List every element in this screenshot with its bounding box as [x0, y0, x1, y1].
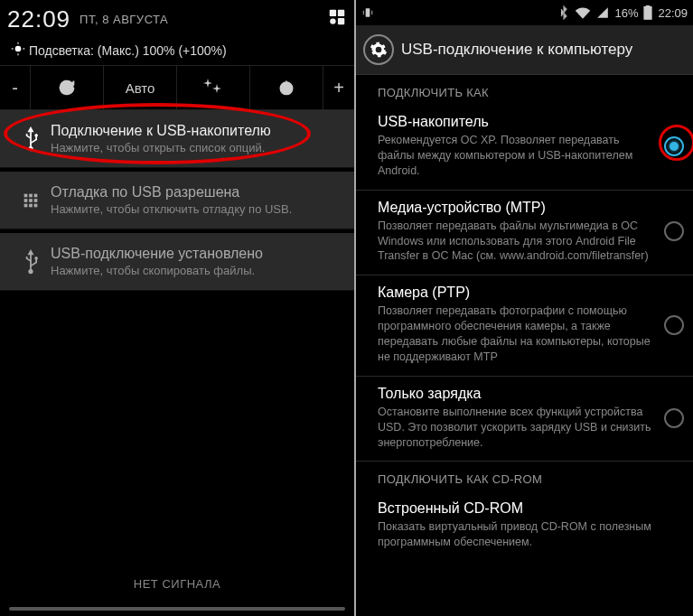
- usb-icon: [11, 126, 51, 152]
- status-bar: 16% 22:09: [356, 0, 693, 25]
- notification-title: Отладка по USB разрешена: [51, 184, 292, 201]
- notification-title: USB-подключение установлено: [51, 246, 263, 262]
- svg-marker-31: [598, 7, 609, 18]
- option-ptp[interactable]: Камера (PTP) Позволяет передавать фотогр…: [356, 275, 693, 377]
- contacts-icon[interactable]: [327, 7, 347, 32]
- option-title: Камера (PTP): [378, 285, 655, 301]
- svg-rect-33: [647, 5, 650, 7]
- option-title: USB-накопитель: [378, 114, 655, 130]
- svg-rect-23: [29, 203, 33, 207]
- settings-header: USB-подключение к компьютеру: [356, 25, 693, 75]
- option-charge-only[interactable]: Только зарядка Остановите выполнение все…: [356, 377, 693, 462]
- svg-rect-1: [338, 9, 344, 15]
- quick-toolbar: - Авто +: [0, 65, 354, 110]
- brightness-label: Подсветка: (Макс.) 100% (+100%): [29, 43, 227, 58]
- brightness-plus-button[interactable]: +: [323, 66, 354, 109]
- svg-rect-20: [29, 199, 33, 202]
- svg-rect-26: [30, 254, 32, 271]
- vibrate-icon: [361, 6, 374, 19]
- svg-rect-17: [29, 193, 33, 197]
- option-title: Медиа-устройство (MTP): [378, 200, 655, 216]
- notification-usb-debug[interactable]: Отладка по USB разрешена Нажмите, чтобы …: [0, 172, 354, 229]
- radio-button[interactable]: [664, 221, 684, 241]
- phone-right: 16% 22:09 USB-подключение к компьютеру П…: [356, 0, 693, 616]
- status-time: 22:09: [7, 5, 70, 33]
- radio-button[interactable]: [664, 408, 684, 428]
- status-bar: 22:09 ПТ, 8 АВГУСТА: [0, 0, 354, 38]
- option-desc: Рекомендуется ОС XP. Позволяет передават…: [378, 133, 655, 179]
- notification-subtitle: Нажмите, чтобы скопировать файлы.: [51, 264, 263, 277]
- notification-usb-connected[interactable]: USB-подключение установлено Нажмите, что…: [0, 233, 354, 291]
- notification-subtitle: Нажмите, чтобы открыть список опций.: [51, 141, 271, 154]
- battery-icon: [643, 5, 652, 20]
- brightness-row: Подсветка: (Макс.) 100% (+100%): [0, 38, 354, 65]
- svg-rect-24: [34, 203, 38, 207]
- power-button[interactable]: [250, 66, 323, 109]
- notification-title: Подключение к USB-накопителю: [51, 123, 271, 139]
- notification-subtitle: Нажмите, чтобы отключить отладку по USB.: [51, 202, 292, 216]
- svg-rect-28: [366, 8, 370, 16]
- radio-button[interactable]: [664, 315, 684, 335]
- svg-point-2: [330, 18, 335, 23]
- svg-marker-27: [28, 249, 34, 255]
- svg-rect-14: [30, 131, 32, 148]
- no-signal-label: НЕТ СИГНАЛА: [0, 577, 354, 591]
- svg-marker-10: [212, 84, 221, 93]
- svg-marker-15: [28, 126, 34, 132]
- option-title: Встроенный CD-ROM: [378, 500, 675, 517]
- section-connect-as: ПОДКЛЮЧИТЬ КАК: [356, 75, 693, 105]
- svg-rect-18: [34, 193, 38, 197]
- brightness-minus-button[interactable]: -: [0, 66, 31, 109]
- signal-icon: [596, 6, 609, 19]
- page-title: USB-подключение к компьютеру: [401, 41, 632, 59]
- svg-point-4: [15, 46, 22, 52]
- svg-rect-0: [330, 9, 336, 15]
- wifi-icon: [575, 6, 591, 19]
- svg-rect-34: [645, 16, 651, 18]
- svg-rect-16: [24, 193, 28, 197]
- phone-left: 22:09 ПТ, 8 АВГУСТА Подсветка: (Макс.) 1…: [0, 0, 356, 616]
- brightness-icon: [11, 42, 29, 60]
- refresh-button[interactable]: [31, 66, 104, 109]
- status-date: ПТ, 8 АВГУСТА: [80, 13, 168, 26]
- option-desc: Позволяет передавать файлы мультимедиа в…: [378, 219, 655, 265]
- radio-button[interactable]: [664, 136, 684, 156]
- option-mtp[interactable]: Медиа-устройство (MTP) Позволяет передав…: [356, 191, 693, 276]
- status-time: 22:09: [658, 6, 688, 20]
- option-usb-storage[interactable]: USB-накопитель Рекомендуется ОС XP. Позв…: [356, 105, 693, 191]
- usb-icon: [11, 249, 51, 275]
- sparkle-button[interactable]: [177, 66, 250, 109]
- svg-rect-19: [24, 199, 28, 202]
- option-desc: Позволяет передавать фотографии с помощь…: [378, 303, 655, 365]
- option-cdrom[interactable]: Встроенный CD-ROM Показать виртуальный п…: [356, 491, 693, 561]
- settings-gear-icon[interactable]: [363, 34, 394, 65]
- debug-icon: [11, 191, 51, 210]
- auto-button[interactable]: Авто: [104, 66, 177, 109]
- section-connect-cdrom: ПОДКЛЮЧИТЬ КАК CD-ROM: [356, 462, 693, 491]
- battery-percent: 16%: [614, 6, 638, 20]
- svg-rect-3: [338, 17, 344, 23]
- option-desc: Остановите выполнение всех функций устро…: [378, 405, 655, 451]
- drawer-handle[interactable]: [9, 607, 345, 611]
- svg-rect-22: [24, 203, 28, 207]
- bluetooth-icon: [558, 5, 569, 20]
- option-title: Только зарядка: [378, 386, 655, 402]
- option-desc: Показать виртуальный привод CD-ROM с пол…: [378, 519, 675, 550]
- svg-rect-21: [34, 199, 38, 202]
- notification-usb-storage[interactable]: Подключение к USB-накопителю Нажмите, чт…: [0, 110, 354, 168]
- svg-marker-9: [203, 79, 212, 88]
